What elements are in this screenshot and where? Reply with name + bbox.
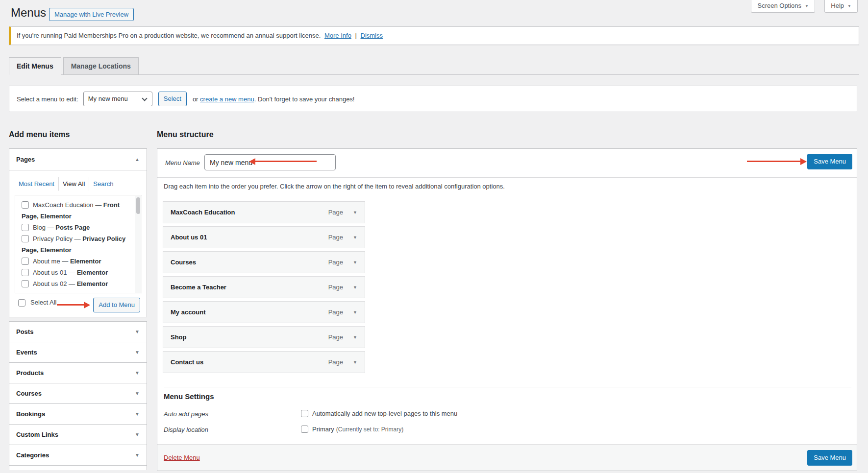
menu-item-courses[interactable]: CoursesPage▼ xyxy=(163,251,365,273)
checkbox[interactable] xyxy=(22,235,29,242)
save-reminder-text: . Don't forget to save your changes! xyxy=(254,95,355,103)
add-menu-items-heading: Add menu items xyxy=(9,130,70,139)
checkbox[interactable] xyxy=(22,258,29,265)
chevron-down-icon[interactable]: ▼ xyxy=(353,285,357,290)
chevron-down-icon[interactable]: ▼ xyxy=(353,310,357,315)
page-item-bold: Elementor xyxy=(70,258,101,265)
dismiss-link[interactable]: Dismiss xyxy=(361,32,383,39)
divider xyxy=(164,387,851,387)
menu-item-type: Page xyxy=(328,209,343,216)
auto-add-pages-checkbox[interactable] xyxy=(301,410,308,417)
menu-items-list: MaxCoach EducationPage▼ About us 01Page▼… xyxy=(163,201,365,376)
accordion-bookings[interactable]: Bookings▼ xyxy=(9,403,147,425)
select-all-checkbox[interactable] xyxy=(18,299,25,307)
create-menu-text: or create a new menu. Don't forget to sa… xyxy=(193,95,355,103)
list-item: Blog — Posts Page xyxy=(22,222,131,233)
save-menu-button-bottom[interactable]: Save Menu xyxy=(807,450,852,466)
page-item-label: Blog — xyxy=(33,224,55,231)
menu-item-my-account[interactable]: My accountPage▼ xyxy=(163,301,365,323)
scrollbar[interactable] xyxy=(135,196,141,293)
chevron-down-icon[interactable]: ▼ xyxy=(353,210,357,215)
scrollbar-thumb[interactable] xyxy=(136,197,140,214)
accordion-partial[interactable] xyxy=(9,465,147,470)
menu-item-type: Page xyxy=(328,333,343,341)
notice-banner: If you're running Paid Memberships Pro o… xyxy=(9,26,859,45)
list-item: About me — Elementor xyxy=(22,256,131,267)
menu-item-type: Page xyxy=(328,308,343,316)
page-item-label: About me — xyxy=(33,258,70,265)
accordion-stack: Posts▼ Events▼ Products▼ Courses▼ Bookin… xyxy=(9,322,147,470)
display-location-primary-checkbox[interactable] xyxy=(301,426,308,433)
chevron-down-icon[interactable]: ▼ xyxy=(353,335,357,340)
page-item-label: About us 02 — xyxy=(33,280,77,287)
add-to-menu-button[interactable]: Add to Menu xyxy=(93,298,140,312)
save-menu-button-top[interactable]: Save Menu xyxy=(807,154,852,169)
accordion-events[interactable]: Events▼ xyxy=(9,342,147,363)
checkbox[interactable] xyxy=(22,280,29,287)
help-button[interactable]: Help▼ xyxy=(824,0,858,13)
tab-edit-menus[interactable]: Edit Menus xyxy=(9,57,61,75)
chevron-down-icon: ▼ xyxy=(805,4,809,8)
menu-item-about-us-01[interactable]: About us 01Page▼ xyxy=(163,226,365,248)
page-title: Menus xyxy=(11,6,46,20)
accordion-label: Categories xyxy=(16,451,49,459)
chevron-up-icon[interactable]: ▲ xyxy=(135,157,140,162)
screen-options-label: Screen Options xyxy=(757,2,801,9)
menu-item-label: MaxCoach Education xyxy=(171,209,328,216)
more-info-link[interactable]: More Info xyxy=(324,32,351,39)
menu-item-become-a-teacher[interactable]: Become a TeacherPage▼ xyxy=(163,276,365,298)
accordion-label: Products xyxy=(16,369,44,377)
or-text: or xyxy=(193,95,198,103)
page-item-bold: Elementor xyxy=(77,269,108,276)
menu-structure-heading: Menu structure xyxy=(157,130,214,139)
accordion-categories[interactable]: Categories▼ xyxy=(9,445,147,466)
delete-menu-link[interactable]: Delete Menu xyxy=(164,454,200,461)
checkbox[interactable] xyxy=(22,269,29,276)
wordpress-menus-page: Screen Options▼ Help▼ Menus Manage with … xyxy=(0,0,868,473)
pages-panel-title: Pages xyxy=(16,156,35,163)
menu-name-input[interactable] xyxy=(204,154,336,170)
pages-panel-header[interactable]: Pages ▲ xyxy=(9,148,147,170)
menu-item-label: Contact us xyxy=(171,358,328,366)
chevron-down-icon xyxy=(142,95,147,101)
accordion-custom-links[interactable]: Custom Links▼ xyxy=(9,424,147,445)
menu-settings-heading: Menu Settings xyxy=(164,392,214,401)
screen-options-button[interactable]: Screen Options▼ xyxy=(751,0,815,13)
tab-search[interactable]: Search xyxy=(89,177,117,190)
menu-structure-box: Menu Name Save Menu Drag each item into … xyxy=(157,148,857,471)
menu-item-type: Page xyxy=(328,259,343,266)
select-button[interactable]: Select xyxy=(158,92,187,106)
checkbox[interactable] xyxy=(22,224,29,231)
create-new-menu-link[interactable]: create a new menu xyxy=(200,95,254,103)
chevron-down-icon[interactable]: ▼ xyxy=(353,360,357,365)
menu-item-maxcoach-education[interactable]: MaxCoach EducationPage▼ xyxy=(163,201,365,223)
accordion-posts[interactable]: Posts▼ xyxy=(9,321,147,342)
manage-live-preview-button[interactable]: Manage with Live Preview xyxy=(49,8,134,21)
footer-action-bar: Delete Menu Save Menu xyxy=(157,444,857,471)
accordion-products[interactable]: Products▼ xyxy=(9,362,147,383)
chevron-down-icon[interactable]: ▼ xyxy=(353,235,357,240)
chevron-down-icon: ▼ xyxy=(135,329,140,334)
chevron-down-icon[interactable]: ▼ xyxy=(353,260,357,265)
chevron-down-icon: ▼ xyxy=(135,391,140,396)
tab-most-recent[interactable]: Most Recent xyxy=(15,177,58,190)
tab-view-all[interactable]: View All xyxy=(58,177,89,191)
menu-item-label: My account xyxy=(171,308,328,316)
menu-item-contact-us[interactable]: Contact usPage▼ xyxy=(163,351,365,373)
chevron-down-icon: ▼ xyxy=(847,4,851,8)
menu-name-label: Menu Name xyxy=(165,159,200,166)
accordion-courses[interactable]: Courses▼ xyxy=(9,383,147,404)
chevron-down-icon: ▼ xyxy=(135,452,140,458)
chevron-down-icon: ▼ xyxy=(135,350,140,355)
page-item-bold: Elementor xyxy=(77,280,108,287)
menu-item-type: Page xyxy=(328,234,343,241)
pages-checklist[interactable]: MaxCoach Education — Front Page, Element… xyxy=(15,195,142,293)
annotation-arrow-add-to-menu xyxy=(57,304,84,306)
checkbox[interactable] xyxy=(22,201,29,209)
menu-select-dropdown[interactable]: My new menu xyxy=(83,92,152,106)
tab-manage-locations[interactable]: Manage Locations xyxy=(63,57,139,74)
selected-menu-value: My new menu xyxy=(88,95,128,102)
menu-item-shop[interactable]: ShopPage▼ xyxy=(163,326,365,348)
auto-add-pages-label: Auto add pages xyxy=(164,410,301,418)
select-all-row: Select All Add to Menu xyxy=(18,299,142,313)
